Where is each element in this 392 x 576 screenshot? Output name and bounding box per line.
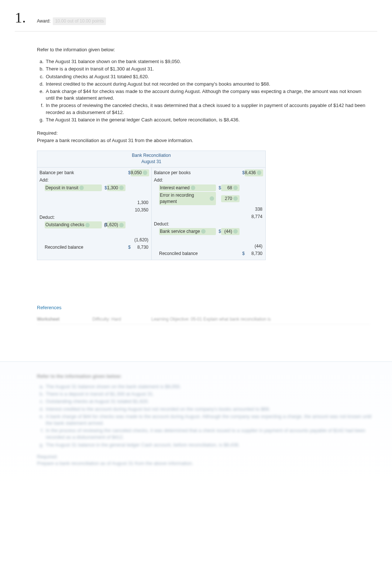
item-text: Outstanding checks at August 31 totaled …	[46, 73, 149, 80]
required-text: Prepare a bank reconciliation as of Augu…	[37, 137, 370, 144]
currency-sym: $	[216, 185, 221, 191]
label: Balance per books	[154, 170, 216, 176]
list-item: a.The August 31 balance shown on the ban…	[37, 58, 370, 65]
item-key: d.	[37, 81, 44, 87]
bank-service-charge-label[interactable]: Bank service charge	[159, 228, 216, 235]
question-header: 1. Award: 10.00 out of 10.00 points	[15, 7, 377, 32]
label: Reconciled balance	[45, 244, 102, 251]
currency-sym: $	[240, 170, 245, 176]
balance-per-books-row: Balance per books $ 8,436	[154, 169, 263, 177]
error-in-recording-amount[interactable]: 270	[221, 195, 240, 202]
item-text: A bank charge of $44 for checks was made…	[46, 88, 370, 101]
deposit-in-transit-amount[interactable]: 1,300	[107, 184, 125, 192]
given-info-list: a.The August 31 balance shown on the ban…	[37, 58, 370, 123]
currency-sym: $	[102, 185, 107, 191]
references-row: Worksheet Difficulty: Hard Learning Obje…	[37, 315, 370, 324]
add-label-row: Add:	[39, 177, 149, 184]
error-in-recording-label[interactable]: Error in recording payment	[159, 192, 216, 205]
award-label: Award:	[37, 18, 51, 24]
books-column: Balance per books $ 8,436 Add: Interest …	[151, 168, 265, 260]
balance-per-bank-row: Balance per bank $ 9,050	[39, 169, 149, 177]
checkmark-icon	[119, 186, 124, 190]
list-item: a.The August 31 balance shown on the ban…	[37, 383, 377, 390]
list-item: f.In the process of reviewing the cancel…	[37, 427, 377, 441]
item-key: g.	[37, 117, 44, 123]
explain-list: a.The August 31 balance shown on the ban…	[37, 383, 377, 448]
list-item: f.In the process of reviewing the cancel…	[37, 102, 370, 115]
label: Reconciled balance	[159, 251, 216, 257]
bank-service-charge-row: Bank service charge $ (44)	[154, 228, 263, 235]
add-subtotal-row: 338	[154, 206, 263, 213]
label: Balance per bank	[39, 170, 102, 176]
checkmark-icon	[233, 196, 238, 201]
outstanding-checks-amount[interactable]: (1,620)	[107, 221, 125, 228]
currency-sym: $	[125, 244, 131, 251]
checkmark-icon	[210, 196, 214, 201]
deduct-label-row: Deduct:	[39, 214, 149, 221]
item-text: The August 31 balance in the general led…	[46, 117, 240, 123]
list-item: c.Outstanding checks at August 31 totale…	[37, 398, 377, 405]
deposit-in-transit-row: Deposit in transit $ 1,300	[39, 184, 149, 192]
references-link[interactable]: References	[37, 304, 61, 311]
reconciled-balance-amount: 8,730	[131, 244, 149, 251]
error-in-recording-row: Error in recording payment 270	[154, 192, 263, 206]
list-item: c.Outstanding checks at August 31 totale…	[37, 73, 370, 80]
references-section: References Worksheet Difficulty: Hard Le…	[37, 304, 370, 324]
currency-sym: $	[125, 170, 131, 176]
item-text: Interest credited to the account during …	[46, 81, 270, 87]
interest-earned-row: Interest earned $ 68	[154, 184, 263, 192]
label: Deduct:	[154, 221, 216, 227]
checkmark-icon	[79, 186, 84, 190]
checkmark-icon	[201, 229, 206, 234]
item-key: c.	[37, 73, 44, 80]
interest-earned-amount[interactable]: 68	[221, 184, 240, 192]
deduct-subtotal: (44)	[245, 243, 263, 249]
running-total: 10,350	[131, 207, 149, 213]
balance-per-books-amount[interactable]: 8,436	[245, 169, 263, 176]
balance-per-bank-amount[interactable]: 9,050	[131, 169, 149, 176]
list-item: g.The August 31 balance in the general l…	[37, 117, 370, 123]
deduct-subtotal-row: (1,620)	[39, 236, 149, 244]
reconciled-balance-amount: 8,730	[245, 251, 263, 257]
list-item: b.There is a deposit in transit of $1,30…	[37, 391, 377, 397]
reconciled-balance-row: Reconciled balance $ 8,730	[154, 250, 263, 258]
outstanding-checks-label[interactable]: Outstanding checks	[45, 221, 102, 228]
item-key: f.	[37, 102, 44, 115]
reconciled-balance-row: Reconciled balance $ 8,730	[39, 244, 149, 251]
deposit-in-transit-label[interactable]: Deposit in transit	[45, 184, 102, 192]
problem-body: Refer to the information given below: a.…	[37, 46, 370, 260]
list-item: d.Interest credited to the account durin…	[37, 81, 370, 87]
interest-earned-label[interactable]: Interest earned	[159, 184, 216, 192]
outstanding-checks-row: Outstanding checks $ (1,620)	[39, 221, 149, 229]
explain-heading: Refer to the information given below:	[37, 373, 377, 380]
required-label: Required:	[37, 130, 370, 137]
checkmark-icon	[85, 223, 90, 227]
bank-service-charge-amount[interactable]: (44)	[221, 228, 240, 235]
add-subtotal: 338	[245, 206, 263, 213]
checkmark-icon	[257, 170, 261, 175]
explain-required-text: Prepare a bank reconciliation as of Augu…	[37, 460, 377, 467]
checkmark-icon	[143, 170, 147, 175]
checkmark-icon	[233, 229, 238, 234]
item-text: There is a deposit in transit of $1,300 …	[46, 66, 154, 72]
deduct-label-row: Deduct:	[154, 220, 263, 228]
ref-col-3: Learning Objective: 05-01 Explain what b…	[151, 316, 370, 323]
checkmark-icon	[191, 186, 195, 190]
list-item: e.A bank charge of $44 for checks was ma…	[37, 413, 377, 427]
item-text: The August 31 balance shown on the bank …	[46, 58, 181, 65]
checkmark-icon	[233, 186, 238, 190]
list-item: e.A bank charge of $44 for checks was ma…	[37, 88, 370, 101]
checkmark-icon	[119, 223, 124, 227]
recon-date: August 31	[37, 159, 265, 168]
list-item: g.The August 31 balance in the general l…	[37, 442, 377, 448]
add-subtotal-row: 1,300	[39, 199, 149, 206]
award-value: 10.00 out of 10.00 points	[53, 17, 106, 25]
blank-row	[154, 235, 263, 243]
running-total: 8,774	[245, 214, 263, 220]
currency-sym: $	[240, 251, 245, 257]
item-key: e.	[37, 88, 44, 101]
add-label-row: Add:	[154, 177, 263, 184]
deduct-subtotal: (1,620)	[131, 237, 149, 243]
explain-required-label: Required:	[37, 453, 377, 460]
bank-column: Balance per bank $ 9,050 Add: Deposit in…	[37, 168, 151, 260]
